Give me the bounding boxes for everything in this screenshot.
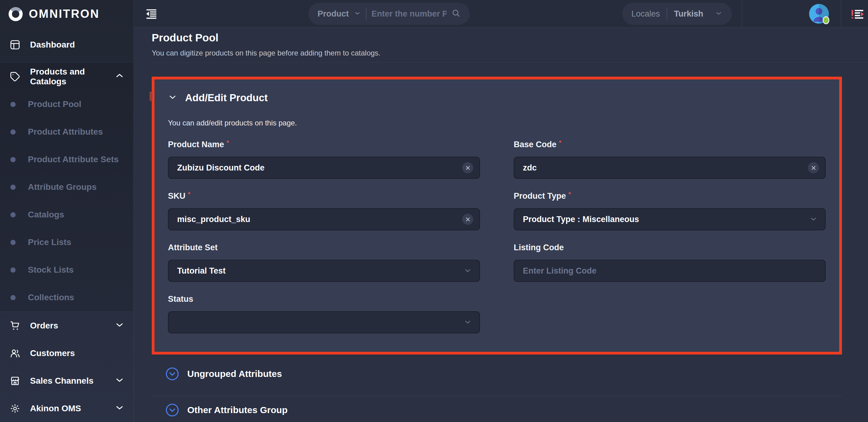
field-label: Product Name	[168, 140, 224, 149]
main-area: Product Enter the number P... Locales Tu…	[134, 0, 868, 422]
customers-icon	[9, 348, 21, 359]
user-avatar[interactable]	[809, 4, 829, 24]
add-edit-product-panel-highlighted: Add/Edit Product You can add/edit produc…	[152, 77, 842, 355]
listing-code-input[interactable]	[514, 260, 826, 282]
cart-icon	[9, 320, 21, 332]
sidebar-item-label: Products and Catalogs	[30, 67, 106, 87]
sidebar-collapse-icon[interactable]	[145, 8, 158, 20]
chevron-down-icon	[115, 403, 124, 414]
dashboard-icon	[9, 39, 21, 51]
divider	[366, 8, 367, 20]
card-collapse-header[interactable]: Add/Edit Product	[168, 90, 826, 105]
circle-chevron-down-icon[interactable]	[165, 367, 179, 381]
chevron-down-icon[interactable]	[354, 9, 361, 18]
clear-icon[interactable]	[462, 162, 473, 173]
page-description: You can digitize products on this page b…	[152, 49, 868, 57]
content: Add/Edit Product You can add/edit produc…	[152, 63, 868, 417]
brand-logo[interactable]: OMNITRON	[0, 0, 133, 28]
sidebar-item-stock-lists[interactable]: Stock Lists	[0, 256, 133, 284]
sidebar-item-product-pool[interactable]: Product Pool	[0, 90, 133, 118]
required-asterisk: *	[188, 191, 190, 197]
bullet-icon	[10, 240, 16, 245]
card-title: Add/Edit Product	[185, 90, 268, 105]
sidebar-item-product-attributes[interactable]: Product Attributes	[0, 118, 133, 146]
bullet-icon	[10, 102, 16, 107]
page-title: Product Pool	[152, 32, 868, 44]
locales-label: Locales	[631, 9, 660, 19]
gear-icon	[9, 403, 21, 414]
chevron-down-icon	[115, 320, 124, 332]
sidebar-item-label: Customers	[30, 349, 75, 358]
sidebar-item-label: Dashboard	[30, 40, 75, 50]
clear-icon[interactable]	[462, 214, 473, 225]
divider	[841, 0, 841, 28]
bullet-icon	[10, 267, 16, 273]
field-label: Listing Code	[514, 243, 564, 252]
search-icon[interactable]	[452, 8, 461, 19]
field-label: Product Type	[514, 191, 566, 201]
clear-icon[interactable]	[808, 162, 819, 173]
sku-input[interactable]	[168, 208, 480, 230]
sidebar-item-customers[interactable]: Customers	[0, 339, 133, 367]
omnitron-logo-icon	[8, 7, 23, 21]
bullet-icon	[10, 295, 16, 300]
attribute-set-select[interactable]: Tutorial Test	[168, 260, 480, 282]
brand-name: OMNITRON	[29, 7, 100, 21]
add-edit-product-card: Add/Edit Product You can add/edit produc…	[154, 80, 839, 342]
circle-chevron-down-icon[interactable]	[165, 403, 179, 417]
sidebar-item-catalogs[interactable]: Catalogs	[0, 201, 133, 229]
global-search[interactable]: Product Enter the number P...	[308, 3, 470, 25]
page-content: Product Pool You can digitize products o…	[134, 28, 868, 422]
search-input[interactable]: Enter the number P...	[371, 9, 446, 19]
field-label: Status	[168, 294, 193, 304]
required-asterisk: *	[226, 140, 229, 146]
sidebar-item-label: Orders	[30, 321, 58, 331]
sidebar-item-products-and-catalogs[interactable]: Products and Catalogs	[0, 63, 133, 90]
status-select[interactable]	[168, 311, 480, 333]
sidebar-item-price-lists[interactable]: Price Lists	[0, 229, 133, 256]
field-listing-code: Listing Code	[514, 243, 826, 282]
required-asterisk: *	[559, 140, 561, 146]
card-description: You can add/edit products on this page.	[168, 119, 826, 127]
chevron-up-icon	[115, 71, 124, 83]
bullet-icon	[10, 185, 16, 190]
base-code-input[interactable]	[514, 157, 826, 179]
product-type-select[interactable]: Product Type : Miscellaneous	[514, 208, 826, 230]
bullet-icon	[10, 157, 16, 162]
field-attribute-set: Attribute Set Tutorial Test	[168, 243, 480, 282]
field-base-code: Base Code *	[514, 140, 826, 179]
divider	[742, 0, 742, 28]
sidebar-subnav: Product Pool Product Attributes Product …	[0, 90, 133, 311]
sidebar-item-dashboard[interactable]: Dashboard	[0, 31, 133, 59]
locale-selector[interactable]: Locales Turkish	[622, 3, 732, 25]
page-header: Product Pool You can digitize products o…	[152, 28, 868, 63]
sidebar-item-attribute-groups[interactable]: Attribute Groups	[0, 173, 133, 201]
section-title: Ungrouped Attributes	[187, 369, 282, 379]
sidebar-item-product-attribute-sets[interactable]: Product Attribute Sets	[0, 146, 133, 173]
locale-value: Turkish	[674, 9, 704, 19]
product-name-input[interactable]	[168, 157, 480, 179]
sidebar-nav: Dashboard Products and Catalogs	[0, 28, 133, 422]
sidebar-item-akinon-oms[interactable]: Akinon OMS	[0, 395, 133, 422]
product-form: Product Name *	[168, 140, 826, 333]
field-label: SKU	[168, 191, 185, 201]
search-category-select[interactable]: Product	[317, 9, 349, 19]
sidebar-item-label: Sales Channels	[30, 376, 93, 386]
divider	[666, 8, 667, 20]
field-label: Attribute Set	[168, 243, 218, 252]
required-asterisk: *	[568, 191, 571, 197]
sidebar-item-sales-channels[interactable]: Sales Channels	[0, 367, 133, 395]
sidebar-item-collections[interactable]: Collections	[0, 284, 133, 311]
sidebar-item-label: Akinon OMS	[30, 403, 81, 414]
bullet-icon	[10, 129, 16, 134]
field-product-name: Product Name *	[168, 140, 480, 179]
chevron-down-icon[interactable]	[168, 93, 177, 103]
top-bar: Product Enter the number P... Locales Tu…	[134, 0, 868, 28]
section-ungrouped-attributes[interactable]: Ungrouped Attributes	[152, 367, 868, 381]
announcements-icon[interactable]	[850, 7, 865, 22]
section-other-attributes-group[interactable]: Other Attributes Group	[152, 403, 868, 417]
storefront-icon	[9, 375, 21, 387]
bullet-icon	[10, 212, 16, 217]
tag-icon	[9, 71, 21, 83]
sidebar-item-orders[interactable]: Orders	[0, 312, 133, 339]
